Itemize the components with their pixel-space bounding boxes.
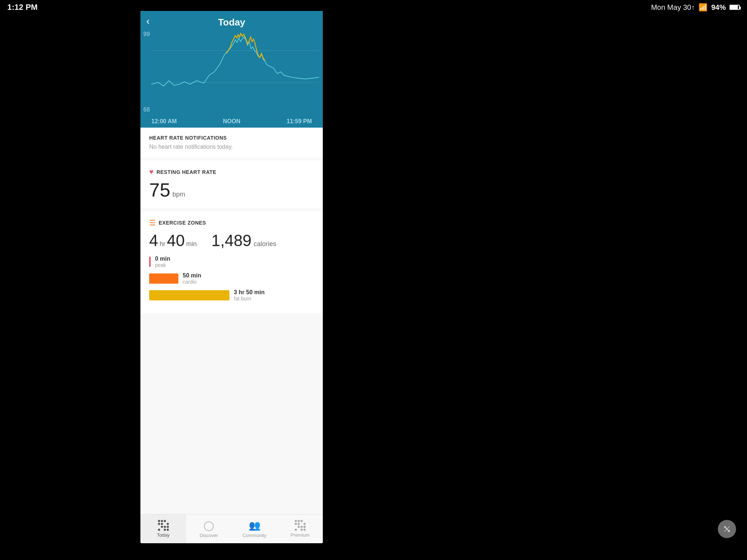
- app-container: ‹ Today 99 68 12:00 AM NOON 11:59 PM: [140, 11, 323, 543]
- tab-community[interactable]: 👥 Community: [232, 514, 277, 543]
- zone-peak-label: peak: [155, 262, 170, 268]
- status-time: 1:12 PM: [7, 3, 648, 12]
- resting-header: ♥ RESTING HEART RATE: [149, 168, 314, 176]
- zone-row-cardio: 50 min cardio: [149, 272, 314, 285]
- tab-premium[interactable]: Premium: [277, 514, 323, 543]
- exercise-min-unit: min: [186, 240, 197, 248]
- today-icon: [158, 520, 169, 531]
- zone-cardio-bar: [149, 273, 178, 284]
- location-icon: ↑: [691, 3, 695, 12]
- resting-title: RESTING HEART RATE: [156, 169, 216, 175]
- notifications-title: HEART RATE NOTIFICATIONS: [149, 135, 314, 141]
- tab-discover-label: Discover: [200, 533, 218, 538]
- resting-value: 75 bpm: [149, 179, 314, 201]
- zone-row-peak: 0 min peak: [149, 256, 314, 268]
- notifications-section: HEART RATE NOTIFICATIONS No heart rate n…: [140, 128, 323, 158]
- tab-today-label: Today: [157, 532, 170, 538]
- tab-community-label: Community: [243, 533, 267, 538]
- exercise-minutes: 40: [167, 232, 185, 250]
- community-icon: 👥: [249, 520, 260, 531]
- tab-discover[interactable]: ◯ Discover: [186, 514, 232, 543]
- chart-y-low: 68: [143, 106, 150, 113]
- resting-section: ♥ RESTING HEART RATE 75 bpm: [140, 160, 323, 208]
- scroll-button[interactable]: [718, 520, 736, 538]
- zone-fatburn-bar: [149, 290, 229, 300]
- heart-icon: ♥: [149, 168, 154, 176]
- tab-premium-label: Premium: [290, 532, 309, 538]
- zone-fatburn-label: fat burn: [234, 296, 264, 302]
- zone-peak-bar: [149, 257, 151, 267]
- chart-x-labels: 12:00 AM NOON 11:59 PM: [140, 118, 323, 125]
- zone-cardio-label: cardio: [183, 279, 201, 285]
- discover-icon: ◯: [204, 520, 214, 531]
- exercise-zones-icon: ☰: [149, 218, 156, 227]
- tab-today[interactable]: Today: [140, 514, 186, 543]
- chart-x-end: 11:59 PM: [287, 118, 312, 125]
- notifications-message: No heart rate notifications today.: [149, 144, 314, 150]
- status-icons: ↑ 📶 94%: [691, 3, 740, 12]
- exercise-hours: 4: [149, 232, 158, 250]
- chart-x-start: 12:00 AM: [151, 118, 177, 125]
- exercise-time: 4 hr 40 min: [149, 232, 197, 250]
- premium-icon: [295, 520, 306, 531]
- exercise-title: EXERCISE ZONES: [159, 220, 206, 226]
- chart-x-mid: NOON: [223, 118, 240, 125]
- chart-y-labels: 99 68: [143, 31, 150, 113]
- zone-peak-time: 0 min: [155, 256, 170, 262]
- tab-bar: Today ◯ Discover 👥 Community: [140, 514, 323, 543]
- cal-number: 1,489: [211, 232, 251, 250]
- zone-cardio-time: 50 min: [183, 272, 201, 279]
- chart-area: ‹ Today 99 68 12:00 AM NOON 11:59 PM: [140, 11, 323, 128]
- wifi-icon: 📶: [698, 3, 708, 12]
- resting-unit: bpm: [173, 191, 185, 198]
- chart-title: Today: [148, 17, 316, 28]
- exercise-hr-unit: hr: [159, 240, 165, 248]
- cal-unit: calories: [254, 240, 276, 248]
- zone-fatburn-time: 3 hr 50 min: [234, 289, 264, 296]
- battery-icon: [729, 5, 740, 10]
- exercise-calories: 1,489 calories: [211, 232, 276, 250]
- zone-fatburn-info: 3 hr 50 min fat burn: [234, 289, 264, 302]
- status-bar: 1:12 PM Mon May 30 ↑ 📶 94%: [0, 0, 747, 15]
- heart-rate-chart: [151, 29, 319, 100]
- back-button[interactable]: ‹: [146, 15, 150, 27]
- battery-level: 94%: [711, 3, 726, 12]
- resting-number: 75: [149, 179, 170, 201]
- zone-cardio-info: 50 min cardio: [183, 272, 201, 285]
- status-date: Mon May 30: [651, 3, 691, 12]
- exercise-section: ☰ EXERCISE ZONES 4 hr 40 min 1,489 calor…: [140, 211, 323, 313]
- content-area[interactable]: HEART RATE NOTIFICATIONS No heart rate n…: [140, 128, 323, 514]
- exercise-header: ☰ EXERCISE ZONES: [149, 218, 314, 227]
- zone-row-fatburn: 3 hr 50 min fat burn: [149, 289, 314, 302]
- exercise-stats: 4 hr 40 min 1,489 calories: [149, 232, 314, 250]
- zone-peak-info: 0 min peak: [155, 256, 170, 268]
- chart-y-high: 99: [143, 31, 150, 38]
